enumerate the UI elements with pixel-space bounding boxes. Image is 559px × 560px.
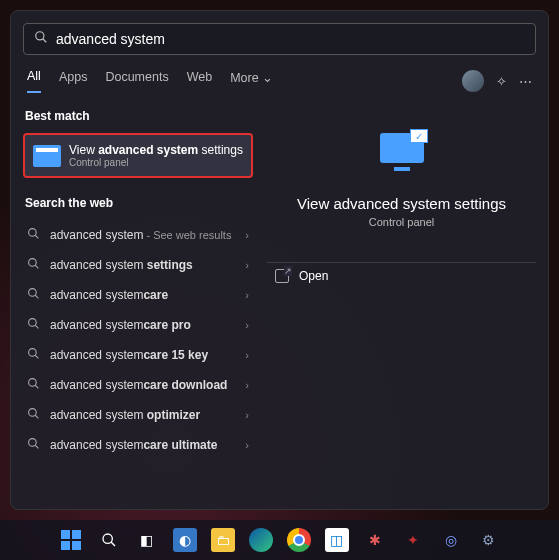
chevron-right-icon: › bbox=[245, 379, 249, 391]
svg-line-17 bbox=[35, 445, 38, 448]
chevron-right-icon: › bbox=[245, 229, 249, 241]
tab-web[interactable]: Web bbox=[187, 70, 212, 92]
search-icon bbox=[27, 287, 40, 303]
control-panel-icon bbox=[33, 145, 61, 167]
chevron-right-icon: › bbox=[245, 409, 249, 421]
svg-line-7 bbox=[35, 295, 38, 298]
svg-point-12 bbox=[29, 379, 37, 387]
preview-pane: ✓ View advanced system settings Control … bbox=[267, 105, 536, 497]
search-icon bbox=[34, 30, 48, 48]
web-result-item[interactable]: advanced systemcare› bbox=[23, 280, 253, 310]
app-icon-1[interactable]: ✱ bbox=[363, 528, 387, 552]
taskbar: ◧ ◐ 🗀 ◫ ✱ ✦ ◎ ⚙ bbox=[0, 520, 559, 560]
web-result-label: advanced systemcare download bbox=[50, 378, 235, 392]
svg-point-4 bbox=[29, 259, 37, 267]
preview-title: View advanced system settings bbox=[297, 195, 506, 212]
svg-point-2 bbox=[29, 229, 37, 237]
web-result-item[interactable]: advanced systemcare download› bbox=[23, 370, 253, 400]
search-input[interactable] bbox=[56, 31, 525, 47]
web-result-label: advanced system settings bbox=[50, 258, 235, 272]
web-result-item[interactable]: advanced systemcare 15 key› bbox=[23, 340, 253, 370]
search-icon bbox=[27, 407, 40, 423]
explorer-icon[interactable]: 🗀 bbox=[211, 528, 235, 552]
start-button[interactable] bbox=[59, 528, 83, 552]
task-view-icon[interactable]: ◧ bbox=[135, 528, 159, 552]
svg-line-15 bbox=[35, 415, 38, 418]
search-icon bbox=[27, 257, 40, 273]
filter-tabs: All Apps Documents Web More ⌄ ✧ ⋯ bbox=[23, 69, 536, 93]
web-result-item[interactable]: advanced system optimizer› bbox=[23, 400, 253, 430]
best-match-result[interactable]: View advanced system settings Control pa… bbox=[23, 133, 253, 178]
best-match-title: View advanced system settings bbox=[69, 143, 243, 157]
search-icon bbox=[27, 377, 40, 393]
chevron-down-icon: ⌄ bbox=[262, 71, 273, 85]
search-icon bbox=[27, 227, 40, 243]
web-result-label: advanced system optimizer bbox=[50, 408, 235, 422]
svg-point-0 bbox=[36, 32, 44, 40]
svg-point-18 bbox=[103, 534, 112, 543]
tab-documents[interactable]: Documents bbox=[105, 70, 168, 92]
search-icon bbox=[27, 347, 40, 363]
app-icon-3[interactable]: ◎ bbox=[439, 528, 463, 552]
svg-point-10 bbox=[29, 349, 37, 357]
web-result-label: advanced systemcare 15 key bbox=[50, 348, 235, 362]
open-icon bbox=[275, 269, 289, 283]
svg-line-13 bbox=[35, 385, 38, 388]
best-match-subtitle: Control panel bbox=[69, 157, 243, 168]
preview-subtitle: Control panel bbox=[369, 216, 434, 228]
svg-point-14 bbox=[29, 409, 37, 417]
tab-apps[interactable]: Apps bbox=[59, 70, 88, 92]
edge-icon[interactable] bbox=[249, 528, 273, 552]
chrome-icon[interactable] bbox=[287, 528, 311, 552]
svg-line-1 bbox=[43, 39, 47, 43]
search-icon bbox=[27, 317, 40, 333]
rewards-icon[interactable]: ✧ bbox=[496, 74, 507, 89]
open-label: Open bbox=[299, 269, 328, 283]
web-result-label: advanced systemcare pro bbox=[50, 318, 235, 332]
open-action[interactable]: Open bbox=[267, 262, 536, 289]
svg-line-5 bbox=[35, 265, 38, 268]
web-result-label: advanced systemcare ultimate bbox=[50, 438, 235, 452]
svg-point-6 bbox=[29, 289, 37, 297]
preview-icon: ✓ bbox=[377, 133, 427, 179]
results-list: Best match View advanced system settings… bbox=[23, 105, 253, 497]
search-bar[interactable] bbox=[23, 23, 536, 55]
more-options-icon[interactable]: ⋯ bbox=[519, 74, 532, 89]
web-result-item[interactable]: advanced system - See web results› bbox=[23, 220, 253, 250]
settings-icon[interactable]: ⚙ bbox=[477, 528, 501, 552]
svg-line-9 bbox=[35, 325, 38, 328]
tab-more[interactable]: More ⌄ bbox=[230, 70, 273, 93]
svg-line-3 bbox=[35, 235, 38, 238]
search-icon bbox=[27, 437, 40, 453]
chevron-right-icon: › bbox=[245, 439, 249, 451]
svg-point-8 bbox=[29, 319, 37, 327]
taskbar-search-icon[interactable] bbox=[97, 528, 121, 552]
svg-point-16 bbox=[29, 439, 37, 447]
search-web-header: Search the web bbox=[25, 196, 251, 210]
chevron-right-icon: › bbox=[245, 349, 249, 361]
search-panel: All Apps Documents Web More ⌄ ✧ ⋯ Best m… bbox=[10, 10, 549, 510]
chevron-right-icon: › bbox=[245, 259, 249, 271]
best-match-header: Best match bbox=[25, 109, 251, 123]
svg-line-11 bbox=[35, 355, 38, 358]
user-avatar[interactable] bbox=[462, 70, 484, 92]
web-result-item[interactable]: advanced systemcare pro› bbox=[23, 310, 253, 340]
store-icon[interactable]: ◫ bbox=[325, 528, 349, 552]
chevron-right-icon: › bbox=[245, 289, 249, 301]
web-result-label: advanced system - See web results bbox=[50, 228, 235, 242]
web-result-item[interactable]: advanced systemcare ultimate› bbox=[23, 430, 253, 460]
check-badge-icon: ✓ bbox=[410, 129, 428, 143]
app-icon-2[interactable]: ✦ bbox=[401, 528, 425, 552]
svg-line-19 bbox=[111, 542, 115, 546]
web-result-label: advanced systemcare bbox=[50, 288, 235, 302]
web-result-item[interactable]: advanced system settings› bbox=[23, 250, 253, 280]
widgets-icon[interactable]: ◐ bbox=[173, 528, 197, 552]
tab-all[interactable]: All bbox=[27, 69, 41, 93]
chevron-right-icon: › bbox=[245, 319, 249, 331]
